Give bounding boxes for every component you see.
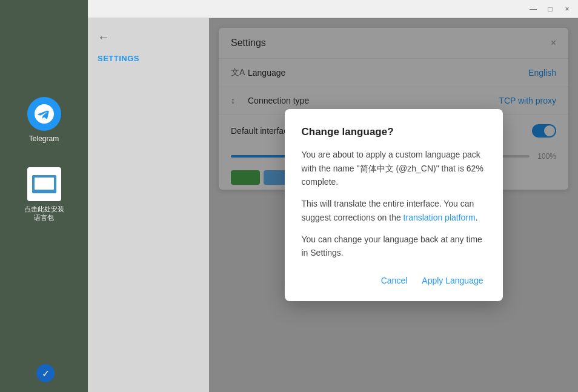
telegram-app-icon[interactable]: Telegram xyxy=(27,97,61,143)
settings-nav-label: SETTINGS xyxy=(98,54,199,63)
modal-body-paragraph3: You can change your language back at any… xyxy=(302,233,486,260)
minimize-button[interactable]: — xyxy=(527,3,539,15)
modal-overlay: Change language? You are about to apply … xyxy=(209,18,578,392)
install-lang-label: 点击此处安装 语言包 xyxy=(24,205,64,222)
window-close-button[interactable]: × xyxy=(561,3,573,15)
install-lang-icon xyxy=(27,167,61,201)
title-bar: — □ × xyxy=(88,0,578,18)
maximize-button[interactable]: □ xyxy=(544,3,556,15)
telegram-label: Telegram xyxy=(29,135,59,143)
cancel-button[interactable]: Cancel xyxy=(379,272,410,289)
main-window: — □ × ← SETTINGS Settings × 文A xyxy=(88,0,578,392)
modal-body-paragraph2: This will translate the entire interface… xyxy=(302,197,486,224)
install-lang-icon-wrapper[interactable]: 点击此处安装 语言包 xyxy=(24,167,64,222)
modal-p2-part2: . xyxy=(476,213,478,222)
nav-panel: ← SETTINGS xyxy=(88,18,209,392)
sidebar: Telegram 点击此处安装 语言包 ✓ xyxy=(0,0,88,392)
telegram-icon xyxy=(27,97,61,131)
right-panel: Settings × 文A Language English ↕ Connect… xyxy=(209,18,578,392)
modal-title: Change language? xyxy=(302,126,486,138)
verified-badge: ✓ xyxy=(36,364,55,382)
back-button[interactable]: ← xyxy=(98,30,199,44)
apply-language-button[interactable]: Apply Language xyxy=(419,272,485,289)
translation-platform-link[interactable]: translation platform xyxy=(404,213,476,222)
modal-body-paragraph1: You are about to apply a custom language… xyxy=(302,148,486,188)
app-content: ← SETTINGS Settings × 文A Language Englis… xyxy=(88,18,578,392)
desktop: Telegram 点击此处安装 语言包 ✓ — □ × ← SETTINGS xyxy=(0,0,578,392)
modal-actions: Cancel Apply Language xyxy=(302,272,486,289)
modal-p1-text: You are about to apply a custom language… xyxy=(302,150,483,187)
change-language-modal: Change language? You are about to apply … xyxy=(285,109,503,301)
